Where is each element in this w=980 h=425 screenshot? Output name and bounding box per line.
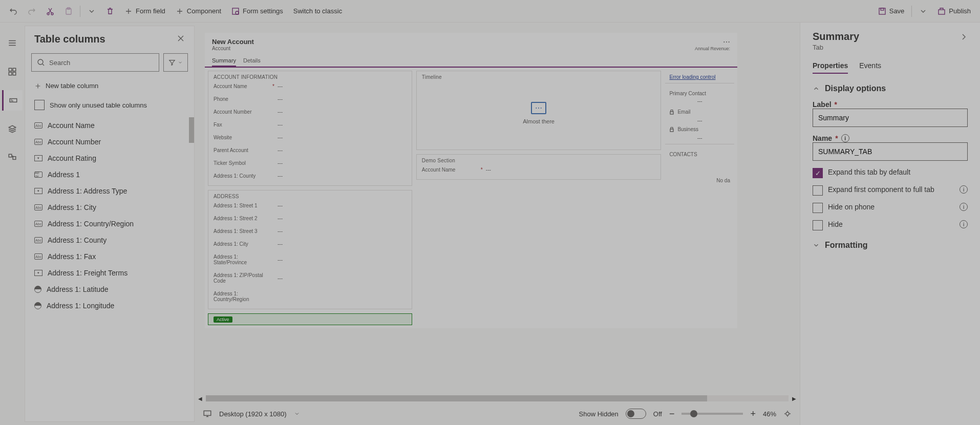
filter-icon <box>168 59 176 66</box>
close-panel-icon[interactable] <box>177 34 185 44</box>
column-item[interactable]: AbcAddress 1: Country/Region <box>25 216 194 232</box>
redo-button[interactable] <box>23 2 41 20</box>
add-form-field-button[interactable]: Form field <box>119 2 171 20</box>
add-component-button[interactable]: Component <box>171 2 226 20</box>
svg-point-0 <box>47 13 49 15</box>
tab-details[interactable]: Details <box>243 55 261 67</box>
column-item[interactable]: ▾Address 1: Address Type <box>25 183 194 199</box>
delete-button[interactable] <box>101 2 119 20</box>
column-item[interactable]: AbcAddress 1: Fax <box>25 248 194 265</box>
column-item[interactable]: ▾Account Rating <box>25 150 194 166</box>
form-field[interactable]: Account Name*--- <box>214 80 407 93</box>
form-field[interactable]: Address 1: City--- <box>214 238 407 250</box>
svg-rect-15 <box>13 157 16 160</box>
column-label: Address 1: Freight Terms <box>48 269 127 277</box>
field-type-icon: Abc <box>34 122 42 129</box>
show-unused-label: Show only unused table columns <box>50 101 147 109</box>
section-demo[interactable]: Demo Section Account Name * --- <box>416 154 662 180</box>
scrollbar-thumb-horizontal[interactable] <box>206 395 707 401</box>
form-field[interactable]: Parent Account--- <box>214 144 407 157</box>
form-field[interactable]: Address 1: Street 2--- <box>214 212 407 225</box>
info-icon[interactable]: i <box>841 134 849 142</box>
save-chevron-button[interactable] <box>914 2 932 20</box>
column-item[interactable]: AbcAccount Name <box>25 117 194 134</box>
new-table-column-button[interactable]: New table column <box>25 77 194 95</box>
viewport-label[interactable]: Desktop (1920 x 1080) <box>219 410 287 418</box>
tab-summary[interactable]: Summary <box>212 55 236 67</box>
undo-button[interactable] <box>4 2 23 20</box>
components-icon[interactable] <box>2 61 23 82</box>
canvas-footer: Desktop (1920 x 1080) Show Hidden Off − … <box>195 402 800 425</box>
hide-checkbox[interactable] <box>813 220 823 230</box>
column-label: Address 1: Longitude <box>47 302 114 310</box>
info-icon[interactable]: i <box>960 185 968 194</box>
form-field[interactable]: Address 1: State/Province--- <box>214 250 407 269</box>
expand-first-checkbox[interactable] <box>813 185 823 196</box>
form-field[interactable]: Address 1: Country/Region <box>214 287 407 306</box>
scroll-left-icon[interactable]: ◀ <box>197 396 204 401</box>
hide-phone-checkbox[interactable] <box>813 203 823 213</box>
form-field[interactable]: Address 1: Street 1--- <box>214 199 407 212</box>
zoom-out-button[interactable]: − <box>669 409 675 419</box>
command-toolbar: Form field Component Form settings Switc… <box>0 0 980 23</box>
horizontal-scrollbar[interactable]: ◀ ▶ <box>195 394 800 402</box>
zoom-in-button[interactable]: + <box>750 409 756 419</box>
section-address[interactable]: ADDRESS Address 1: Street 1---Address 1:… <box>208 190 412 309</box>
form-field[interactable]: Ticker Symbol--- <box>214 157 407 169</box>
column-item[interactable]: AbcAddress 1: County <box>25 232 194 248</box>
columns-filter-button[interactable] <box>163 53 188 72</box>
column-item[interactable]: ▾Address 1: Freight Terms <box>25 265 194 281</box>
props-subtitle: Tab <box>813 44 968 51</box>
formatting-header[interactable]: Formatting <box>813 241 968 250</box>
hamburger-icon[interactable] <box>2 33 23 53</box>
form-field[interactable]: Website--- <box>214 131 407 144</box>
label-input[interactable] <box>813 109 968 127</box>
paste-button[interactable] <box>59 2 78 20</box>
info-icon[interactable]: i <box>960 203 968 211</box>
fit-icon[interactable] <box>783 410 792 418</box>
show-hidden-toggle[interactable] <box>626 409 646 419</box>
layers-icon[interactable] <box>2 119 23 139</box>
info-icon[interactable]: i <box>960 220 968 228</box>
column-item[interactable]: Address 1: Latitude <box>25 281 194 298</box>
chevron-down-icon[interactable] <box>294 411 300 417</box>
publish-button[interactable]: Publish <box>932 2 976 20</box>
form-field[interactable]: Account Number--- <box>214 105 407 118</box>
form-canvas: New Account Account ⋯ Annual Revenue: Su… <box>195 23 800 425</box>
columns-search-input[interactable]: Search <box>31 53 159 72</box>
error-loading-control-link[interactable]: Error loading control <box>669 74 715 80</box>
columns-list[interactable]: AbcAccount NameAbcAccount Number▾Account… <box>25 117 194 421</box>
columns-title: Table columns <box>34 33 105 45</box>
name-input[interactable] <box>813 142 968 161</box>
props-title: Summary <box>813 31 859 42</box>
save-button[interactable]: Save <box>873 2 910 20</box>
column-item[interactable]: Ab deAddress 1 <box>25 166 194 183</box>
switch-classic-button[interactable]: Switch to classic <box>288 2 347 20</box>
tab-events[interactable]: Events <box>859 58 881 74</box>
show-unused-checkbox[interactable] <box>34 100 45 110</box>
scroll-right-icon[interactable]: ▶ <box>791 396 798 401</box>
form-field[interactable]: Phone--- <box>214 93 407 105</box>
display-options-header[interactable]: Display options <box>813 84 968 93</box>
columns-icon[interactable] <box>2 90 23 111</box>
form-field[interactable]: Fax--- <box>214 118 407 131</box>
chevron-right-icon[interactable] <box>960 33 968 41</box>
form-settings-button[interactable]: Form settings <box>226 2 288 20</box>
cut-button[interactable] <box>41 2 59 20</box>
expand-default-checkbox[interactable]: ✓ <box>813 168 823 178</box>
form-field[interactable]: Address 1: County--- <box>214 169 407 182</box>
form-field[interactable]: Address 1: Street 3--- <box>214 225 407 238</box>
column-item[interactable]: AbcAddress 1: City <box>25 199 194 216</box>
column-item[interactable]: AbcAccount Number <box>25 134 194 150</box>
zoom-slider[interactable] <box>681 413 743 415</box>
form-field[interactable]: Address 1: ZIP/Postal Code--- <box>214 269 407 287</box>
section-timeline[interactable]: Timeline Almost there <box>416 71 662 150</box>
chevron-down-button[interactable] <box>82 2 101 20</box>
tab-properties[interactable]: Properties <box>813 58 848 74</box>
chevron-down-icon <box>813 242 820 249</box>
form-preview[interactable]: New Account Account ⋯ Annual Revenue: Su… <box>205 33 737 328</box>
column-item[interactable]: Address 1: Longitude <box>25 298 194 314</box>
tree-icon[interactable] <box>2 147 23 168</box>
section-account-information[interactable]: ACCOUNT INFORMATION Account Name*---Phon… <box>208 71 412 186</box>
scrollbar-thumb[interactable] <box>189 117 194 143</box>
